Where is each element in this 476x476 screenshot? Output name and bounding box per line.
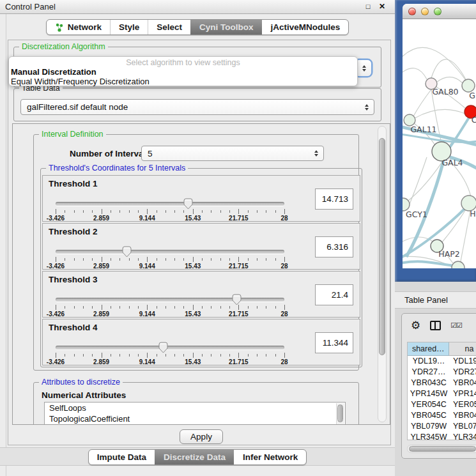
tab-discretize-data[interactable]: Discretize Data: [155, 450, 234, 464]
table-row[interactable]: YDR27…YDR27…: [408, 367, 476, 378]
zoom-traffic-light-icon[interactable]: [434, 8, 441, 15]
threshold-coordinates-group: Threshold's Coordinates for 5 Intervals …: [40, 168, 362, 367]
threshold-panel: Threshold 2-3.4262.8599.14415.4321.71528…: [42, 223, 360, 270]
slider-thumb[interactable]: [232, 294, 242, 305]
threshold-value-field[interactable]: 21.4: [315, 284, 353, 305]
table-cell: YER054C: [408, 399, 450, 410]
tab-label: Discretize Data: [164, 452, 226, 462]
table-row[interactable]: YBL079WYBL079W: [408, 421, 476, 432]
tab-jactivemnodules[interactable]: jActiveMNodules: [262, 20, 349, 35]
threshold-value-field[interactable]: 6.316: [315, 236, 353, 257]
close-window-icon[interactable]: ✕: [377, 1, 387, 12]
slider-track[interactable]: [56, 250, 284, 254]
tab-impute-data[interactable]: Impute Data: [89, 450, 155, 464]
tick-label: 21.715: [229, 263, 249, 270]
network-edge[interactable]: [408, 157, 427, 209]
slider-track[interactable]: [56, 298, 284, 302]
slider-track[interactable]: [56, 202, 284, 206]
table-cell: YDR27…: [408, 367, 450, 378]
threshold-slider[interactable]: -3.4262.8599.14415.4321.71528: [56, 344, 284, 364]
tab-infer-network[interactable]: Infer Network: [234, 450, 306, 464]
slider-tick-labels: -3.4262.8599.14415.4321.71528: [56, 358, 284, 366]
tick-label: 21.715: [229, 311, 249, 318]
tick-label: -3.426: [47, 215, 65, 222]
threshold-label: Threshold 3: [49, 275, 98, 284]
slider-ticks: [56, 352, 284, 358]
number-of-intervals-select[interactable]: 5: [141, 146, 324, 161]
table-cell: YBR043C: [450, 378, 476, 388]
numerical-attributes-list[interactable]: SelfLoopsTopologicalCoefficientBetweenne…: [44, 402, 346, 425]
apply-button[interactable]: Apply: [180, 429, 223, 444]
network-node[interactable]: [452, 261, 464, 268]
table-data-select[interactable]: galFiltered.sif default node: [20, 99, 374, 115]
slider-thumb[interactable]: [183, 198, 193, 210]
table-row[interactable]: YER054CYER054C: [408, 399, 476, 410]
tab-select[interactable]: Select: [148, 20, 190, 35]
network-edge-highlighted[interactable]: [403, 261, 457, 266]
tick-label: 28: [280, 311, 288, 318]
algorithm-option[interactable]: Manual Discretization: [9, 67, 357, 77]
columns-icon[interactable]: [430, 321, 441, 330]
table-scrollbar-thumb[interactable]: [409, 446, 476, 452]
tick-label: 2.859: [93, 263, 109, 270]
panel-scrollbar-thumb[interactable]: [379, 138, 385, 355]
algorithm-option[interactable]: Equal Width/Frequency Discretization: [9, 77, 357, 86]
attributes-scrollbar-thumb[interactable]: [337, 404, 343, 422]
network-window-titlebar: [403, 4, 476, 19]
table-row[interactable]: YBR043CYBR043C: [408, 378, 476, 388]
network-edge[interactable]: [436, 77, 463, 83]
algorithm-prompt-option[interactable]: Select algorithm to view settings: [9, 57, 357, 67]
numerical-attributes-label: Numerical Attributes: [42, 390, 126, 400]
network-graph: GAL80GCGAL11GAL4GCY1HHAP2: [403, 19, 476, 268]
float-window-icon[interactable]: □: [363, 1, 373, 12]
slider-tick-labels: -3.4262.8599.14415.4321.71528: [56, 263, 284, 270]
tab-style[interactable]: Style: [110, 20, 148, 35]
threshold-slider[interactable]: -3.4262.8599.14415.4321.71528: [56, 296, 284, 316]
gear-icon[interactable]: ⚙: [411, 320, 420, 331]
network-node-g[interactable]: [462, 79, 475, 92]
threshold-value-field[interactable]: 11.344: [315, 332, 353, 353]
column-header-name[interactable]: na: [449, 342, 476, 356]
table-cell: YPR145W: [450, 388, 476, 399]
select-checkboxes-icon[interactable]: ☑☑: [450, 321, 462, 330]
table-row[interactable]: YDL19…YDL19…: [408, 356, 476, 367]
tick-label: 9.144: [139, 263, 155, 270]
attributes-scrollbar[interactable]: [336, 403, 344, 425]
tick-label: 28: [280, 215, 288, 222]
tick-label: 2.859: [93, 311, 109, 318]
network-edge-highlighted[interactable]: [447, 118, 469, 151]
table-row[interactable]: YPR145WYPR145W: [408, 388, 476, 399]
network-edge[interactable]: [460, 211, 470, 265]
slider-thumb[interactable]: [122, 246, 132, 257]
attribute-list-item[interactable]: BetweennessCentrality: [45, 424, 345, 425]
network-canvas[interactable]: GAL80GCGAL11GAL4GCY1HHAP2: [403, 19, 476, 268]
attribute-list-item[interactable]: SelfLoops: [45, 403, 345, 413]
network-node-label: GAL80: [432, 87, 458, 96]
table-row[interactable]: YLR345WYLR345W: [408, 432, 476, 440]
tick-label: -3.426: [47, 263, 65, 270]
table-row[interactable]: YBR045CYBR045C: [408, 410, 476, 421]
network-edge[interactable]: [403, 47, 466, 81]
network-edge[interactable]: [415, 109, 465, 118]
table-horizontal-scrollbar[interactable]: [407, 445, 476, 453]
tab-label: Select: [157, 22, 182, 32]
close-traffic-light-icon[interactable]: [408, 8, 416, 15]
minimize-traffic-light-icon[interactable]: [421, 8, 429, 15]
node-table[interactable]: shared… na YDL19…YDL19…YDR27…YDR27…YBR04…: [407, 342, 476, 440]
threshold-slider[interactable]: -3.4262.8599.14415.4321.71528: [56, 200, 284, 220]
tab-cyni-toolbox[interactable]: Cyni Toolbox: [190, 20, 262, 35]
threshold-slider[interactable]: -3.4262.8599.14415.4321.71528: [56, 248, 284, 268]
tick-label: 15.43: [185, 311, 201, 318]
tick-label: 28: [280, 358, 288, 365]
slider-track[interactable]: [56, 346, 284, 349]
threshold-value-field[interactable]: 14.713: [315, 188, 353, 210]
column-header-shared-name[interactable]: shared…: [408, 342, 449, 356]
slider-tick-labels: -3.4262.8599.14415.4321.71528: [56, 311, 284, 318]
attribute-list-item[interactable]: TopologicalCoefficient: [45, 413, 345, 424]
tab-network[interactable]: Network: [47, 20, 110, 35]
panel-scrollbar[interactable]: [378, 126, 387, 422]
slider-thumb[interactable]: [158, 342, 168, 353]
attributes-to-discretize-label: Attributes to discretize: [39, 378, 123, 387]
tab-label: Impute Data: [97, 452, 146, 462]
network-edge[interactable]: [403, 68, 427, 79]
